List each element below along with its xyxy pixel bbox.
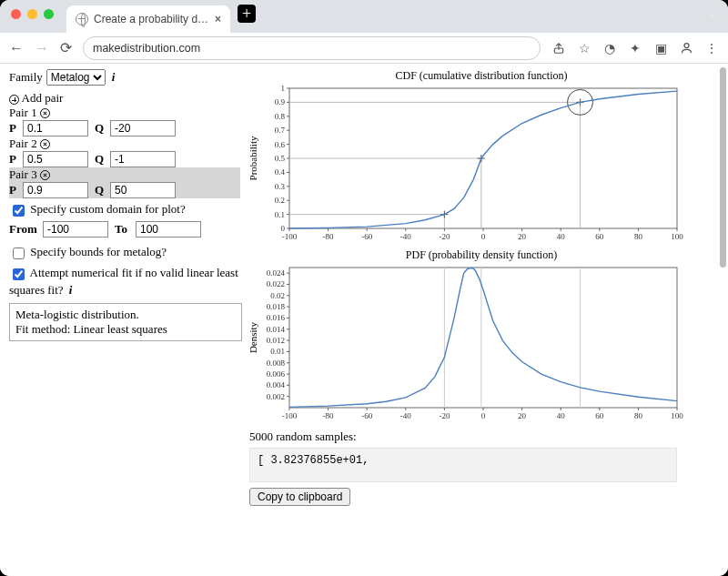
svg-text:-80: -80 bbox=[323, 232, 334, 241]
samples-heading: 5000 random samples: bbox=[249, 429, 715, 444]
close-tab-button[interactable]: × bbox=[215, 13, 221, 25]
pair-label: Pair 1 bbox=[9, 106, 37, 120]
svg-text:Density: Density bbox=[248, 321, 258, 353]
p-input[interactable] bbox=[23, 151, 88, 167]
svg-point-1 bbox=[684, 44, 689, 48]
svg-text:-100: -100 bbox=[282, 232, 298, 241]
svg-text:40: 40 bbox=[557, 232, 566, 241]
svg-text:100: 100 bbox=[671, 232, 683, 241]
remove-pair-button[interactable] bbox=[40, 170, 50, 180]
svg-text:0.5: 0.5 bbox=[275, 154, 286, 163]
puzzle-icon[interactable]: ✦ bbox=[628, 41, 642, 56]
svg-text:0.022: 0.022 bbox=[267, 279, 285, 288]
tab-title: Create a probability distribution bbox=[94, 13, 209, 25]
forward-button[interactable]: → bbox=[35, 40, 49, 56]
svg-text:0: 0 bbox=[281, 224, 286, 233]
menu-icon[interactable]: ⋮ bbox=[704, 41, 719, 56]
profile-icon[interactable] bbox=[679, 41, 693, 56]
info-icon[interactable]: i bbox=[109, 70, 118, 85]
fit-result-box: Meta-logistic distribution. Fit method: … bbox=[9, 303, 242, 341]
svg-text:0.6: 0.6 bbox=[275, 140, 286, 149]
info-icon[interactable]: i bbox=[66, 283, 76, 297]
new-tab-button[interactable]: + bbox=[238, 5, 256, 23]
remove-pair-button[interactable] bbox=[40, 139, 50, 149]
address-bar[interactable]: makedistribution.com bbox=[83, 36, 541, 60]
pair-label: Pair 2 bbox=[9, 136, 37, 151]
svg-text:-60: -60 bbox=[361, 232, 372, 241]
scrollbar[interactable] bbox=[720, 67, 726, 268]
svg-text:60: 60 bbox=[595, 411, 604, 420]
p-input[interactable] bbox=[23, 120, 88, 136]
svg-text:0.7: 0.7 bbox=[275, 126, 286, 135]
pair-label: Pair 3 bbox=[9, 167, 37, 182]
svg-text:20: 20 bbox=[518, 411, 527, 420]
svg-text:Probability: Probability bbox=[248, 136, 258, 180]
bounds-checkbox[interactable] bbox=[13, 248, 25, 259]
add-pair-label: Add pair bbox=[22, 91, 64, 105]
to-label: To bbox=[115, 222, 133, 237]
charts-panel: CDF (cumulative distribution function) -… bbox=[246, 64, 728, 576]
q-input[interactable] bbox=[110, 120, 176, 136]
svg-text:0: 0 bbox=[481, 411, 486, 420]
browser-tab[interactable]: Create a probability distribution × bbox=[66, 5, 230, 33]
page-content: Family Metalog i Add pair Pair 1 PQPair … bbox=[0, 64, 728, 576]
add-pair-button[interactable] bbox=[9, 95, 19, 105]
reading-list-icon[interactable]: ▣ bbox=[653, 41, 668, 56]
tabs-overflow-button[interactable]: ⌄ bbox=[708, 7, 717, 21]
svg-text:0.3: 0.3 bbox=[275, 182, 286, 191]
extension-icon[interactable]: ◔ bbox=[602, 41, 617, 56]
svg-text:-20: -20 bbox=[439, 232, 450, 241]
minimize-window-button[interactable] bbox=[27, 9, 37, 19]
samples-preview[interactable]: [ 3.82376855e+01, bbox=[249, 448, 677, 482]
svg-text:0.008: 0.008 bbox=[267, 359, 286, 368]
p-input[interactable] bbox=[23, 182, 88, 198]
svg-text:0.01: 0.01 bbox=[270, 347, 285, 356]
svg-text:0.1: 0.1 bbox=[275, 210, 285, 219]
to-input[interactable] bbox=[136, 221, 201, 237]
numerical-fit-checkbox-label[interactable]: Attempt numerical fit if no valid linear… bbox=[9, 266, 238, 297]
p-label: P bbox=[9, 152, 20, 167]
q-label: Q bbox=[95, 183, 107, 197]
controls-panel: Family Metalog i Add pair Pair 1 PQPair … bbox=[0, 64, 246, 576]
bounds-checkbox-label[interactable]: Specify bounds for metalog? bbox=[9, 245, 167, 258]
back-button[interactable]: ← bbox=[9, 40, 24, 56]
custom-domain-checkbox-label[interactable]: Specify custom domain for plot? bbox=[9, 202, 186, 216]
svg-text:20: 20 bbox=[518, 232, 527, 241]
browser-toolbar: ← → ⟳ makedistribution.com ☆ ◔ ✦ ▣ ⋮ bbox=[0, 33, 728, 64]
family-label: Family bbox=[9, 70, 43, 85]
svg-text:0.012: 0.012 bbox=[267, 336, 285, 345]
fit-line2: Fit method: Linear least squares bbox=[15, 322, 236, 337]
svg-text:0: 0 bbox=[481, 232, 486, 241]
numerical-fit-checkbox[interactable] bbox=[13, 268, 25, 280]
svg-text:0.02: 0.02 bbox=[270, 291, 285, 300]
svg-text:0.016: 0.016 bbox=[267, 313, 286, 322]
svg-text:0.018: 0.018 bbox=[267, 302, 286, 311]
star-icon[interactable]: ☆ bbox=[577, 41, 592, 56]
close-window-button[interactable] bbox=[11, 9, 21, 19]
svg-text:0.9: 0.9 bbox=[275, 97, 286, 106]
cdf-title: CDF (cumulative distribution function) bbox=[248, 69, 715, 83]
svg-text:-40: -40 bbox=[400, 411, 411, 420]
share-icon[interactable] bbox=[551, 41, 566, 56]
remove-pair-button[interactable] bbox=[40, 108, 50, 118]
q-input[interactable] bbox=[110, 182, 176, 198]
copy-button[interactable]: Copy to clipboard bbox=[249, 488, 350, 506]
q-input[interactable] bbox=[110, 151, 176, 167]
svg-text:0.014: 0.014 bbox=[267, 325, 286, 334]
svg-text:0.024: 0.024 bbox=[267, 268, 286, 278]
family-select[interactable]: Metalog bbox=[46, 69, 106, 86]
window-controls bbox=[11, 9, 54, 19]
svg-text:0.006: 0.006 bbox=[267, 369, 286, 379]
globe-icon bbox=[76, 13, 88, 25]
from-input[interactable] bbox=[43, 221, 108, 237]
custom-domain-checkbox[interactable] bbox=[13, 205, 25, 217]
svg-text:0.002: 0.002 bbox=[267, 392, 285, 401]
p-label: P bbox=[9, 121, 20, 136]
reload-button[interactable]: ⟳ bbox=[60, 39, 72, 56]
svg-text:0.2: 0.2 bbox=[275, 196, 285, 205]
svg-text:-100: -100 bbox=[282, 411, 298, 420]
maximize-window-button[interactable] bbox=[44, 9, 54, 19]
pdf-chart: -100-80-60-40-200204060801000.0020.0040.… bbox=[248, 262, 684, 426]
svg-text:80: 80 bbox=[634, 232, 643, 241]
fit-line1: Meta-logistic distribution. bbox=[15, 308, 236, 322]
